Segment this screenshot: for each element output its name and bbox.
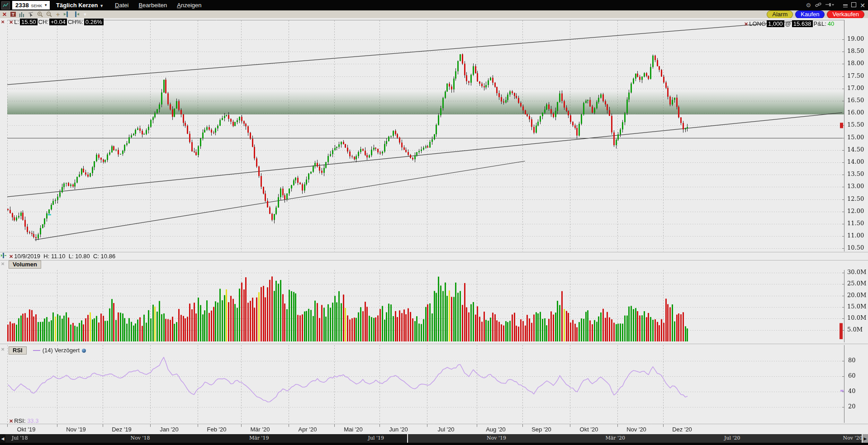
time-scrollbar[interactable]: Jul '18Nov '18Mär '19Jul '19Nov '19Mär '… xyxy=(0,434,868,443)
app-icon xyxy=(1,1,10,9)
sell-button[interactable]: Verkaufen xyxy=(827,10,864,19)
last-value: 15.50 xyxy=(20,19,38,25)
rsi-panel-header: RSI(14) Verzögert xyxy=(9,346,86,355)
change-label: CH: xyxy=(38,19,48,25)
rsi-legend-line-sample xyxy=(33,350,40,351)
ohlc-readout: ✕10/9/2019 H: 11.10 L: 10.80 C: 10.86 xyxy=(9,253,115,260)
restore-button[interactable] xyxy=(851,2,856,8)
rsi-value-label: RSI: xyxy=(14,417,25,424)
more-tools-caret-icon[interactable]: ▼ xyxy=(82,11,88,18)
window-bottom-edge xyxy=(0,443,868,445)
volume-panel-header: Volumen xyxy=(9,260,41,269)
rsi-legend-label: (14) Verzögert xyxy=(43,347,80,354)
ohlc-close-icon[interactable]: ✕ xyxy=(9,254,13,259)
high-label: H: xyxy=(43,253,49,260)
chart-close-icon[interactable]: ✕ xyxy=(1,20,5,24)
close-value: 10.86 xyxy=(101,253,116,260)
scrollbar-label: Nov '18 xyxy=(131,435,150,441)
window-close-button[interactable]: ✕ xyxy=(860,2,865,9)
scrollbar-label: Jul '20 xyxy=(724,435,740,441)
menu-bearbeiten[interactable]: Bearbeiten xyxy=(138,2,167,9)
ohlc-date: 10/9/2019 xyxy=(14,253,40,260)
cursor-tool-icon[interactable] xyxy=(28,11,34,18)
position-close-icon[interactable]: ✕ xyxy=(744,21,748,27)
position-side: LONG xyxy=(749,20,766,27)
buy-button[interactable]: Kaufen xyxy=(795,10,825,19)
change-pct-label: CH%: xyxy=(68,19,83,25)
scrollbar-label: Jul '18 xyxy=(12,435,28,441)
symbol-selector[interactable]: 2338 SEHK ▼ xyxy=(12,1,50,9)
timeframe-caret-icon: ▼ xyxy=(100,4,104,8)
quote-close-icon[interactable]: ✕ xyxy=(9,19,13,25)
symbol-caret-icon: ▼ xyxy=(44,3,47,7)
menu-anzeigen[interactable]: Anzeigen xyxy=(177,2,201,9)
quote-label: ✕L:15.50CH:+0.04CH%:0.26% xyxy=(9,19,104,25)
position-price: 15.638 xyxy=(792,20,813,27)
chart-canvas[interactable] xyxy=(0,18,868,434)
at-sign: @ xyxy=(785,20,791,27)
chart-toolbar: ✕ T + ▼ Alarm Kaufen Verkaufen xyxy=(0,10,868,19)
scrollbar-label: Nov '20 xyxy=(843,435,863,441)
zoom-in-icon[interactable] xyxy=(37,11,43,18)
high-value: 11.10 xyxy=(51,253,66,260)
rsi-value-readout: ✕RSI: 33.3 xyxy=(9,417,38,424)
position-qty: 1,000 xyxy=(767,20,784,27)
position-label: ✕LONG1,000@15.638P&L:40 xyxy=(744,20,834,27)
menu-datei[interactable]: Datei xyxy=(115,2,128,9)
rsi-value: 33.3 xyxy=(27,417,38,424)
close-label: C: xyxy=(93,253,99,260)
change-pct-value: 0.26% xyxy=(84,19,104,25)
title-bar: 2338 SEHK ▼ Täglich Kerzen ▼ Datei Bearb… xyxy=(0,0,868,10)
close-panel-icon[interactable]: ✕ xyxy=(1,11,8,18)
scrollbar-label: Mär '20 xyxy=(606,435,626,441)
alarm-button[interactable]: Alarm xyxy=(767,10,793,19)
low-label: L: xyxy=(69,253,74,260)
low-value: 10.80 xyxy=(75,253,90,260)
trading-chart-window: 2338 SEHK ▼ Täglich Kerzen ▼ Datei Bearb… xyxy=(0,0,868,445)
last-label: L: xyxy=(14,19,19,25)
change-value: +0.04 xyxy=(49,19,67,25)
scrollbar-label: Mär '19 xyxy=(249,435,269,441)
bar-style-icon[interactable] xyxy=(19,11,25,18)
timeframe-selector[interactable]: Täglich Kerzen ▼ xyxy=(56,2,104,9)
expand-bars-right-icon[interactable] xyxy=(73,11,79,18)
rsi-title[interactable]: RSI xyxy=(9,346,27,355)
text-tool-icon[interactable]: T xyxy=(10,12,16,17)
pnl-label: P&L: xyxy=(814,20,826,27)
symbol-text: 2338 xyxy=(15,2,29,9)
scrollbar-label: Nov '19 xyxy=(487,435,506,441)
volume-title[interactable]: Volumen xyxy=(9,260,41,269)
rsi-value-close-icon[interactable]: ✕ xyxy=(9,418,13,424)
scrollbar-thumb[interactable] xyxy=(407,434,863,443)
scrollbar-right-arrow[interactable]: ▶ xyxy=(863,434,868,443)
rsi-close-icon[interactable]: ✕ xyxy=(1,347,5,352)
collapse-panel-icon[interactable] xyxy=(1,253,6,259)
scrollbar-left-arrow[interactable]: ◀ xyxy=(0,434,5,443)
minimize-button[interactable] xyxy=(843,3,848,8)
scrollbar-label: Jul '19 xyxy=(368,435,384,441)
timeframe-label: Täglich Kerzen xyxy=(56,2,98,9)
volume-close-icon[interactable]: ✕ xyxy=(1,262,5,266)
expand-bars-left-icon[interactable] xyxy=(64,11,70,18)
crosshair-icon[interactable]: + xyxy=(55,11,61,18)
pnl-value: 40 xyxy=(828,20,834,27)
pin-icon[interactable] xyxy=(825,2,835,8)
exchange-text: SEHK xyxy=(31,4,42,8)
zoom-out-icon[interactable] xyxy=(46,11,52,18)
rsi-settings-icon[interactable] xyxy=(82,349,86,353)
link-icon[interactable] xyxy=(815,2,821,9)
settings-gear-icon[interactable]: ⚙ xyxy=(806,2,811,8)
